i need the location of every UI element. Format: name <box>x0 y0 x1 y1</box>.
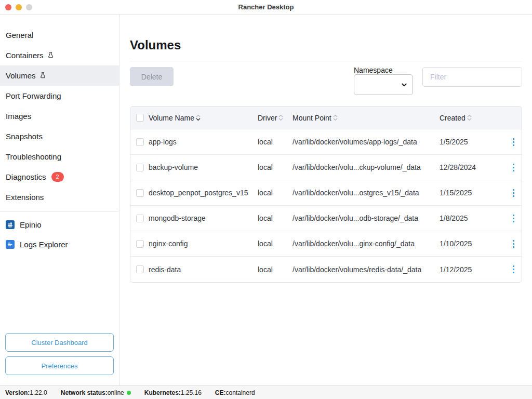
sidebar-item-port-forwarding[interactable]: Port Forwarding <box>0 86 119 106</box>
sidebar-item-logs-explorer[interactable]: Logs Explorer <box>0 234 119 254</box>
column-header-label: Driver <box>258 114 277 122</box>
volumes-table: Volume NameDriverMount PointCreated app-… <box>130 106 522 283</box>
close-button[interactable] <box>5 4 11 10</box>
volume-mount-point: /var/lib/docker/volu...odb-storage/_data <box>292 214 440 222</box>
volume-driver: local <box>258 265 292 274</box>
sidebar-item-label: Diagnostics <box>6 172 46 181</box>
delete-button[interactable]: Delete <box>130 67 174 86</box>
row-menu-button[interactable] <box>508 137 518 148</box>
sidebar-item-label: Port Forwarding <box>6 91 61 100</box>
table-row: backup-volumelocal/var/lib/docker/volu..… <box>130 155 522 180</box>
volume-mount-point: /var/lib/docker/volumes/app-logs/_data <box>292 138 440 146</box>
status-ce: CE:containerd <box>215 389 255 396</box>
status-bar: Version:1.22.0Network status:onlineKuber… <box>0 385 532 399</box>
row-checkbox[interactable] <box>136 240 144 248</box>
status-network-status: Network status:online <box>61 389 131 396</box>
volume-created: 12/28/2024 <box>440 163 507 171</box>
sidebar-nav: GeneralContainersVolumesPort ForwardingI… <box>0 15 119 207</box>
volume-created: 1/5/2025 <box>440 138 507 146</box>
toolbar: Delete Namespace <box>130 61 522 106</box>
column-header-driver[interactable]: Driver <box>258 114 292 122</box>
sidebar-item-containers[interactable]: Containers <box>0 45 119 65</box>
sidebar-item-label: Logs Explorer <box>20 240 68 249</box>
volume-created: 1/15/2025 <box>440 189 507 197</box>
row-menu-button[interactable] <box>508 188 518 198</box>
row-checkbox[interactable] <box>136 138 144 146</box>
row-checkbox[interactable] <box>136 265 144 273</box>
column-header-label: Mount Point <box>292 114 331 122</box>
volume-name: nginx-config <box>149 240 258 248</box>
row-menu-button[interactable] <box>508 264 518 275</box>
sort-icon[interactable] <box>467 114 472 122</box>
volume-created: 1/10/2025 <box>440 240 507 248</box>
row-checkbox[interactable] <box>136 189 144 197</box>
status-value: 1.22.0 <box>30 389 47 396</box>
status-value: 1.25.16 <box>181 389 202 396</box>
sidebar-item-epinio[interactable]: Epinio <box>0 215 119 234</box>
table-row: redis-datalocal/var/lib/docker/volumes/r… <box>130 257 522 282</box>
sidebar-item-label: General <box>6 31 33 39</box>
sidebar-item-label: Images <box>6 112 31 121</box>
status-kubernetes: Kubernetes:1.25.16 <box>144 389 202 396</box>
namespace-select[interactable] <box>354 74 413 95</box>
preferences-button[interactable]: Preferences <box>5 356 114 375</box>
status-label: Network status: <box>61 389 108 396</box>
online-status-dot <box>127 391 131 395</box>
sidebar-item-extensions[interactable]: Extensions <box>0 187 119 207</box>
volume-name: desktop_penpot_postgres_v15 <box>149 189 258 197</box>
namespace-label: Namespace <box>354 66 393 74</box>
status-value: containerd <box>226 389 255 396</box>
volume-mount-point: /var/lib/docker/volu...ostgres_v15/_data <box>292 189 440 197</box>
sort-icon[interactable] <box>333 114 338 122</box>
volume-driver: local <box>258 138 292 146</box>
sidebar-divider <box>0 211 119 211</box>
row-menu-button[interactable] <box>508 238 518 249</box>
column-header-volume-name[interactable]: Volume Name <box>149 114 258 122</box>
minimize-button[interactable] <box>16 4 22 10</box>
sort-icon[interactable] <box>196 114 201 122</box>
flask-icon <box>39 72 46 79</box>
cluster-dashboard-button[interactable]: Cluster Dashboard <box>5 333 114 352</box>
volume-driver: local <box>258 189 292 197</box>
sidebar-item-diagnostics[interactable]: Diagnostics2 <box>0 167 119 187</box>
column-header-mount-point[interactable]: Mount Point <box>292 114 440 122</box>
sort-icon[interactable] <box>278 114 283 122</box>
sidebar-item-label: Epinio <box>20 220 42 229</box>
page-title: Volumes <box>130 38 522 52</box>
volume-name: redis-data <box>149 265 258 274</box>
row-checkbox[interactable] <box>136 215 144 222</box>
select-all-checkbox[interactable] <box>136 114 144 122</box>
row-menu-button[interactable] <box>508 162 518 173</box>
sidebar-item-snapshots[interactable]: Snapshots <box>0 126 119 147</box>
traffic-lights <box>5 4 32 10</box>
diagnostics-badge: 2 <box>51 172 64 182</box>
main-content: Volumes Delete Namespace Volume NameDriv… <box>119 15 532 385</box>
table-row: app-logslocal/var/lib/docker/volumes/app… <box>130 129 522 155</box>
flask-icon <box>47 51 54 59</box>
status-version: Version:1.22.0 <box>5 389 47 396</box>
volume-name: backup-volume <box>149 163 258 171</box>
sidebar-item-label: Snapshots <box>6 132 43 141</box>
status-value: online <box>108 389 124 396</box>
volume-driver: local <box>258 240 292 248</box>
column-header-created[interactable]: Created <box>440 114 507 122</box>
row-checkbox[interactable] <box>136 164 144 171</box>
status-label: Version: <box>5 389 30 396</box>
column-header-label: Created <box>440 114 466 122</box>
row-menu-button[interactable] <box>508 213 518 224</box>
sidebar-item-general[interactable]: General <box>0 25 119 45</box>
volume-name: mongodb-storage <box>149 214 258 222</box>
sidebar-item-label: Extensions <box>6 193 44 202</box>
sidebar: GeneralContainersVolumesPort ForwardingI… <box>0 15 119 385</box>
sidebar-item-label: Volumes <box>6 71 36 80</box>
epinio-icon <box>6 220 15 229</box>
sidebar-item-troubleshooting[interactable]: Troubleshooting <box>0 147 119 167</box>
zoom-button[interactable] <box>26 4 32 10</box>
sidebar-item-images[interactable]: Images <box>0 106 119 126</box>
status-label: CE: <box>215 389 226 396</box>
sidebar-item-volumes[interactable]: Volumes <box>0 65 119 86</box>
titlebar: Rancher Desktop <box>0 0 532 15</box>
volume-mount-point: /var/lib/docker/volu...ckup-volume/_data <box>292 163 440 171</box>
filter-input[interactable] <box>422 67 522 87</box>
table-row: mongodb-storagelocal/var/lib/docker/volu… <box>130 206 522 231</box>
